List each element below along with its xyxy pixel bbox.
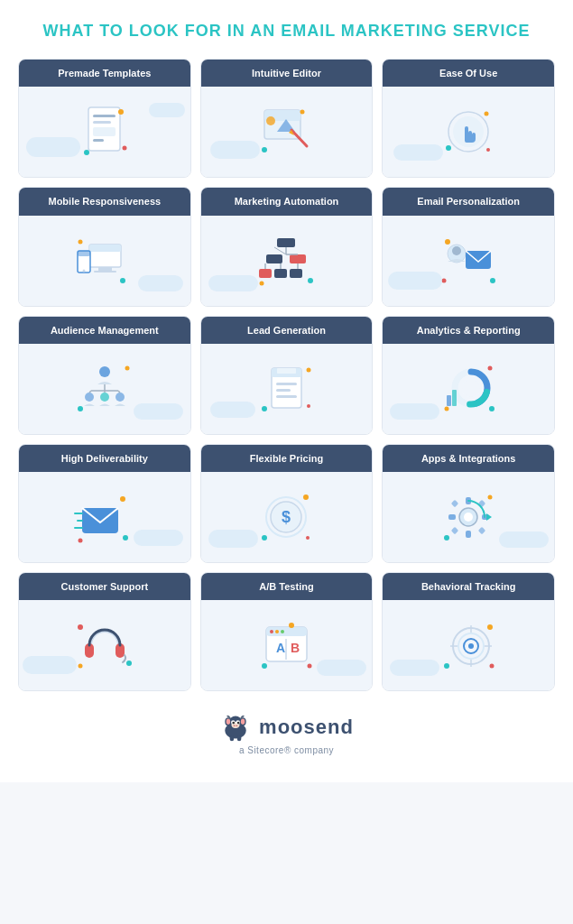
card-header-customer-support: Customer Support bbox=[19, 573, 190, 600]
card-apps-integrations: Apps & Integrations bbox=[382, 444, 555, 563]
card-marketing-automation: Marketing Automation bbox=[200, 187, 374, 306]
svg-point-42 bbox=[308, 278, 313, 283]
card-header-premade-templates: Premade Templates bbox=[19, 60, 190, 87]
analytics-icon bbox=[439, 359, 498, 418]
svg-point-5 bbox=[84, 150, 89, 155]
svg-point-104 bbox=[444, 535, 449, 541]
svg-text:A: A bbox=[276, 641, 285, 655]
card-body-email-personalization bbox=[383, 216, 554, 306]
svg-text:B: B bbox=[291, 641, 300, 655]
svg-rect-102 bbox=[450, 526, 457, 533]
card-body-ease-of-use bbox=[383, 87, 554, 177]
card-flexible-pricing: Flexible Pricing $ bbox=[200, 444, 374, 563]
svg-rect-3 bbox=[93, 127, 116, 136]
card-premade-templates: Premade Templates bbox=[18, 59, 191, 178]
svg-point-14 bbox=[262, 147, 267, 152]
svg-line-34 bbox=[274, 247, 286, 254]
svg-point-10 bbox=[266, 116, 275, 125]
template-icon bbox=[79, 103, 129, 162]
svg-point-119 bbox=[262, 663, 267, 669]
svg-point-49 bbox=[445, 239, 450, 245]
lead-icon bbox=[257, 359, 316, 418]
svg-rect-1 bbox=[93, 115, 116, 117]
page-title: WHAT TO LOOK FOR IN AN EMAIL MARKETING S… bbox=[18, 22, 555, 41]
card-body-apps-integrations bbox=[383, 472, 554, 562]
card-body-marketing-automation bbox=[201, 216, 373, 306]
card-audience-management: Audience Management bbox=[18, 316, 191, 435]
svg-point-115 bbox=[281, 630, 284, 633]
svg-point-113 bbox=[270, 630, 273, 633]
card-header-apps-integrations: Apps & Integrations bbox=[383, 445, 554, 472]
svg-point-91 bbox=[303, 494, 309, 500]
svg-rect-146 bbox=[230, 735, 235, 741]
svg-point-53 bbox=[85, 393, 94, 402]
card-ab-testing: A/B Testing A B bbox=[200, 572, 374, 691]
svg-point-144 bbox=[234, 725, 236, 726]
svg-point-74 bbox=[462, 379, 480, 397]
svg-point-18 bbox=[446, 145, 451, 151]
svg-point-47 bbox=[490, 278, 495, 283]
card-header-email-personalization: Email Personalization bbox=[383, 188, 554, 215]
svg-point-77 bbox=[444, 407, 448, 411]
card-body-ab-testing: A B bbox=[201, 600, 373, 690]
svg-point-132 bbox=[489, 663, 494, 668]
svg-point-145 bbox=[236, 725, 237, 726]
card-ease-of-use: Ease Of Use bbox=[382, 59, 555, 178]
svg-rect-2 bbox=[93, 121, 111, 124]
card-customer-support: Customer Support bbox=[18, 572, 191, 691]
pricing-icon: $ bbox=[257, 488, 316, 547]
card-behavioral-tracking: Behavioral Tracking bbox=[382, 572, 555, 691]
support-icon bbox=[73, 614, 136, 677]
card-header-marketing-automation: Marketing Automation bbox=[201, 188, 373, 215]
card-intuitive-editor: Intuitive Editor bbox=[200, 59, 374, 178]
svg-point-85 bbox=[120, 496, 125, 502]
svg-point-48 bbox=[442, 279, 447, 283]
card-header-mobile-responsiveness: Mobile Responsiveness bbox=[19, 188, 190, 215]
mobile-icon bbox=[73, 231, 136, 290]
card-lead-generation: Lead Generation bbox=[200, 316, 374, 435]
card-mobile-responsiveness: Mobile Responsiveness bbox=[18, 187, 191, 306]
svg-point-45 bbox=[452, 246, 461, 255]
svg-point-7 bbox=[123, 145, 127, 150]
svg-rect-24 bbox=[94, 271, 116, 273]
svg-rect-66 bbox=[276, 395, 297, 398]
svg-rect-99 bbox=[450, 499, 457, 506]
card-header-behavioral-tracking: Behavioral Tracking bbox=[383, 573, 554, 600]
svg-point-84 bbox=[123, 535, 128, 541]
page: WHAT TO LOOK FOR IN AN EMAIL MARKETING S… bbox=[0, 0, 573, 782]
svg-point-137 bbox=[226, 719, 231, 725]
svg-point-69 bbox=[306, 368, 310, 373]
card-email-personalization: Email Personalization bbox=[382, 187, 555, 306]
footer-logo: moosend bbox=[219, 711, 354, 744]
svg-point-114 bbox=[275, 630, 279, 633]
svg-point-20 bbox=[486, 148, 490, 152]
ease-icon bbox=[439, 103, 498, 162]
audience-icon bbox=[73, 359, 136, 418]
footer: moosend a Sitecore® company bbox=[18, 711, 555, 755]
card-header-audience-management: Audience Management bbox=[19, 317, 190, 344]
svg-rect-23 bbox=[98, 267, 112, 271]
card-body-flexible-pricing: $ bbox=[201, 472, 373, 562]
svg-rect-37 bbox=[274, 269, 287, 278]
svg-point-59 bbox=[78, 406, 83, 411]
svg-rect-65 bbox=[276, 389, 291, 392]
svg-rect-147 bbox=[237, 735, 242, 741]
cards-grid: Premade Templates bbox=[18, 59, 555, 691]
svg-point-68 bbox=[262, 406, 267, 411]
svg-point-130 bbox=[444, 663, 449, 669]
svg-rect-100 bbox=[477, 526, 485, 533]
card-body-behavioral-tracking bbox=[383, 600, 554, 690]
footer-sub-text: a Sitecore® company bbox=[239, 745, 334, 755]
moosend-logo-icon bbox=[219, 711, 252, 744]
svg-point-109 bbox=[78, 664, 82, 669]
card-header-analytics-reporting: Analytics & Reporting bbox=[383, 317, 554, 344]
card-body-customer-support bbox=[19, 600, 190, 690]
svg-point-27 bbox=[82, 270, 85, 273]
personalization-icon bbox=[437, 231, 500, 290]
card-high-deliverability: High Deliverability bbox=[18, 444, 191, 563]
card-header-lead-generation: Lead Generation bbox=[201, 317, 373, 344]
card-header-ease-of-use: Ease Of Use bbox=[383, 60, 554, 87]
card-body-lead-generation bbox=[201, 344, 373, 434]
editor-icon bbox=[257, 103, 316, 162]
svg-point-92 bbox=[306, 536, 310, 540]
